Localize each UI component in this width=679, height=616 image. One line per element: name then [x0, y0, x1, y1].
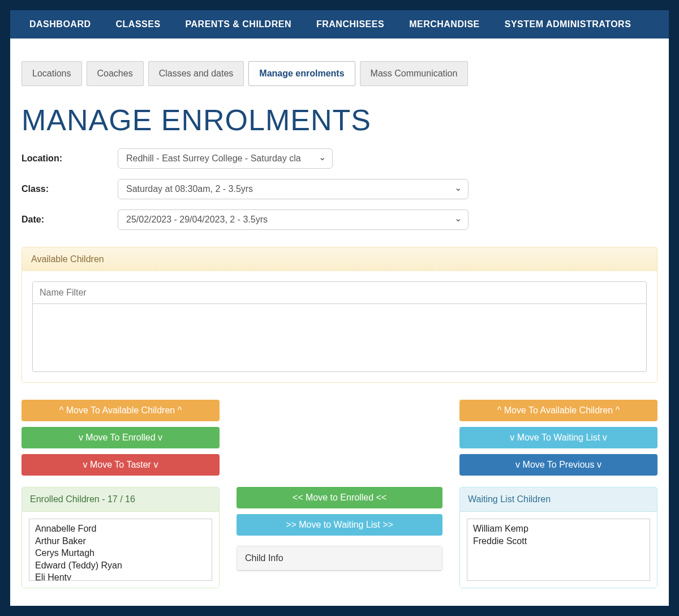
enrolled-children-list[interactable]: Annabelle Ford Arthur Baker Cerys Murtag… [29, 519, 212, 581]
enrolled-title: Enrolled Children - 17 / 16 [22, 487, 219, 512]
waiting-column: Waiting List Children William Kemp Fredd… [459, 487, 657, 588]
label-class: Class: [22, 184, 118, 194]
move-to-waiting-button[interactable]: v Move To Waiting List v [459, 427, 657, 448]
nav-dashboard[interactable]: DASHBOARD [17, 10, 104, 38]
center-column: << Move to Enrolled << >> Move to Waitin… [237, 487, 442, 588]
form-area: Location: Redhill - East Surrey College … [10, 148, 669, 230]
nav-system-admins[interactable]: SYSTEM ADMINISTRATORS [492, 10, 644, 38]
move-to-previous-button[interactable]: v Move To Previous v [459, 454, 657, 476]
nav-classes[interactable]: CLASSES [104, 10, 173, 38]
row-location: Location: Redhill - East Surrey College … [22, 148, 657, 169]
available-children-title: Available Children [22, 247, 657, 271]
child-info-title: Child Info [237, 546, 442, 571]
move-to-available-right-button[interactable]: ^ Move To Available Children ^ [459, 400, 657, 421]
tab-mass-communication[interactable]: Mass Communication [360, 61, 469, 86]
right-actions: ^ Move To Available Children ^ v Move To… [459, 400, 657, 476]
nav-merchandise[interactable]: MERCHANDISE [397, 10, 492, 38]
select-wrap-class: Saturday at 08:30am, 2 - 3.5yrs [118, 179, 469, 199]
sub-tabs: Locations Coaches Classes and dates Mana… [10, 38, 669, 86]
row-class: Class: Saturday at 08:30am, 2 - 3.5yrs [22, 179, 657, 199]
nav-franchisees[interactable]: FRANCHISEES [304, 10, 397, 38]
select-wrap-date: 25/02/2023 - 29/04/2023, 2 - 3.5yrs [118, 209, 469, 230]
list-item[interactable]: Arthur Baker [35, 535, 206, 547]
center-move-to-waiting-button[interactable]: >> Move to Waiting List >> [237, 514, 442, 536]
page-title: MANAGE ENROLMENTS [10, 86, 669, 148]
move-to-available-left-button[interactable]: ^ Move To Available Children ^ [22, 400, 220, 421]
enrolled-panel: Enrolled Children - 17 / 16 Annabelle Fo… [22, 487, 220, 588]
tab-coaches[interactable]: Coaches [87, 61, 144, 86]
date-select[interactable]: 25/02/2023 - 29/04/2023, 2 - 3.5yrs [118, 209, 469, 230]
label-location: Location: [22, 153, 118, 164]
app-window: DASHBOARD CLASSES PARENTS & CHILDREN FRA… [10, 10, 669, 606]
nav-parents-children[interactable]: PARENTS & CHILDREN [173, 10, 304, 38]
waiting-body: William Kemp Freddie Scott [460, 512, 657, 588]
child-info-panel: Child Info [237, 546, 442, 571]
list-item[interactable]: Edward (Teddy) Ryan [35, 559, 206, 572]
enrolled-body: Annabelle Ford Arthur Baker Cerys Murtag… [22, 512, 219, 588]
tab-locations[interactable]: Locations [22, 61, 82, 86]
left-actions: ^ Move To Available Children ^ v Move To… [22, 400, 220, 476]
list-item[interactable]: Freddie Scott [473, 535, 644, 547]
row-date: Date: 25/02/2023 - 29/04/2023, 2 - 3.5yr… [22, 209, 657, 230]
list-item[interactable]: Eli Henty [35, 571, 206, 581]
waiting-children-list[interactable]: William Kemp Freddie Scott [467, 519, 650, 581]
list-item[interactable]: William Kemp [473, 523, 644, 535]
actions-row: ^ Move To Available Children ^ v Move To… [10, 383, 669, 476]
location-select[interactable]: Redhill - East Surrey College - Saturday… [118, 148, 333, 169]
tab-classes-dates[interactable]: Classes and dates [148, 61, 244, 86]
tab-manage-enrolments[interactable]: Manage enrolments [248, 61, 355, 86]
enrolled-column: Enrolled Children - 17 / 16 Annabelle Fo… [22, 487, 220, 588]
name-filter-input[interactable] [32, 281, 647, 304]
class-select[interactable]: Saturday at 08:30am, 2 - 3.5yrs [118, 179, 469, 199]
top-nav: DASHBOARD CLASSES PARENTS & CHILDREN FRA… [10, 10, 669, 38]
available-children-list[interactable] [32, 304, 647, 372]
move-to-enrolled-button[interactable]: v Move To Enrolled v [22, 427, 220, 448]
waiting-panel: Waiting List Children William Kemp Fredd… [459, 487, 657, 588]
center-move-to-enrolled-button[interactable]: << Move to Enrolled << [237, 487, 442, 508]
select-wrap-location: Redhill - East Surrey College - Saturday… [118, 148, 333, 169]
waiting-title: Waiting List Children [460, 487, 657, 512]
list-item[interactable]: Cerys Murtagh [35, 547, 206, 559]
bottom-row: Enrolled Children - 17 / 16 Annabelle Fo… [10, 476, 669, 588]
list-item[interactable]: Annabelle Ford [35, 523, 206, 535]
move-to-taster-button[interactable]: v Move To Taster v [22, 454, 220, 476]
label-date: Date: [22, 215, 118, 225]
available-children-panel: Available Children [22, 247, 657, 383]
available-children-body [22, 271, 657, 382]
center-buttons: << Move to Enrolled << >> Move to Waitin… [237, 487, 442, 536]
